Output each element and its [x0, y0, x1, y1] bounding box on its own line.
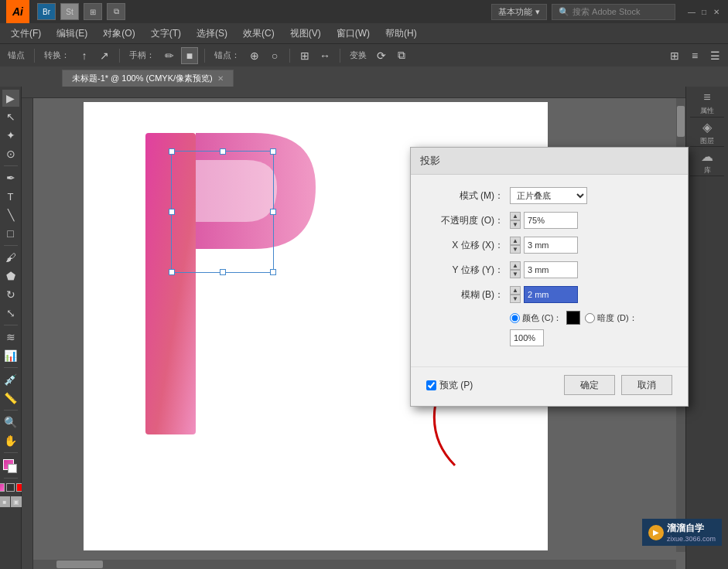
watermark-url: zixue.3066.com — [667, 535, 716, 543]
blur-input[interactable] — [524, 286, 578, 303]
svg-rect-0 — [145, 133, 196, 434]
scrollbar-horizontal[interactable] — [33, 560, 676, 569]
lasso-tool[interactable]: ⊙ — [2, 145, 19, 162]
menu-object[interactable]: 对象(O) — [95, 26, 142, 42]
anchor-tool-btn[interactable]: ⊕ — [246, 47, 263, 64]
align-btn[interactable]: ⟳ — [373, 47, 390, 64]
y-offset-input[interactable] — [524, 261, 578, 278]
sep5 — [340, 49, 340, 63]
corner-anchor-btn[interactable]: ↗ — [96, 47, 113, 64]
tool-separator3 — [4, 325, 18, 325]
square-btn[interactable]: ■ — [181, 47, 198, 64]
direct-selection-tool[interactable]: ↖ — [2, 108, 19, 125]
menu-effect[interactable]: 效果(C) — [235, 26, 282, 42]
y-up-btn[interactable]: ▲ — [510, 261, 521, 270]
transform-btn1[interactable]: ⊞ — [296, 47, 313, 64]
right-panels: ≡ 属性 ◈ 图层 ☁ 库 — [685, 87, 728, 569]
warp-tool[interactable]: ≋ — [2, 329, 19, 346]
opacity-up-btn[interactable]: ▲ — [510, 212, 521, 220]
layers-panel-btn[interactable]: ◈ 图层 — [690, 119, 724, 147]
darkness-input[interactable] — [510, 329, 544, 346]
apply-color-btn[interactable]: ■ — [0, 496, 10, 507]
menu-view[interactable]: 视图(V) — [282, 26, 329, 42]
x-up-btn[interactable]: ▲ — [510, 237, 521, 245]
titlebar: Ai Br St ⊞ ⧉ 基本功能 ▾ 🔍 搜索 Adobe Stock — □… — [0, 0, 728, 23]
panel-list-btn[interactable]: ≡ — [686, 47, 703, 64]
dialog-body: 模式 (M)： 正片叠底 不透明度 (O)： ▲ ▼ X 位移 (X)： — [411, 175, 688, 366]
x-offset-spinner: ▲ ▼ — [510, 237, 521, 254]
layout-icon[interactable]: ⊞ — [84, 3, 102, 20]
fill-color-btn[interactable] — [0, 483, 5, 492]
x-offset-input[interactable] — [524, 237, 578, 254]
x-offset-label: X 位移 (X)： — [426, 239, 504, 252]
transform-btn2[interactable]: ↔ — [316, 47, 333, 64]
color-swatches[interactable] — [2, 458, 20, 475]
menu-help[interactable]: 帮助(H) — [378, 26, 425, 42]
stroke-color-btn[interactable] — [6, 483, 15, 492]
scale-tool[interactable]: ⤡ — [2, 305, 19, 322]
ok-button[interactable]: 确定 — [564, 375, 615, 395]
blob-tool[interactable]: ⬟ — [2, 267, 19, 284]
y-offset-row: Y 位移 (Y)： ▲ ▼ — [426, 261, 672, 278]
x-down-btn[interactable]: ▼ — [510, 245, 521, 254]
distribute-btn[interactable]: ⧉ — [393, 47, 410, 64]
apply-gradient-btn[interactable]: ▣ — [11, 496, 22, 507]
color-radio[interactable] — [510, 313, 520, 323]
measure-tool[interactable]: 📏 — [2, 390, 19, 407]
window-controls: — □ ✕ — [686, 6, 722, 17]
anchor-remove-btn[interactable]: ○ — [266, 47, 283, 64]
magic-wand-tool[interactable]: ✦ — [2, 127, 19, 144]
bridge-icon[interactable]: Br — [37, 3, 56, 20]
panel-arrange-btn[interactable]: ⊞ — [666, 47, 683, 64]
close-button[interactable]: ✕ — [711, 6, 722, 17]
hand-tool[interactable]: ✋ — [2, 432, 19, 449]
graph-tool[interactable]: 📊 — [2, 347, 19, 364]
workspace-selector[interactable]: 基本功能 ▾ — [491, 4, 547, 20]
pen-tool[interactable]: ✒ — [2, 169, 19, 186]
color-swatch[interactable] — [566, 311, 580, 325]
menu-edit[interactable]: 编辑(E) — [49, 26, 95, 42]
opacity-spinner: ▲ ▼ — [510, 212, 521, 229]
document-tab[interactable]: 未标题-1* @ 100% (CMYK/像素预览) ✕ — [62, 70, 234, 87]
y-down-btn[interactable]: ▼ — [510, 270, 521, 278]
text-tool[interactable]: T — [2, 188, 19, 205]
dialog-title: 投影 — [411, 148, 688, 175]
tab-close-btn[interactable]: ✕ — [217, 74, 224, 83]
library-panel-btn[interactable]: ☁ 库 — [690, 148, 724, 176]
cancel-button[interactable]: 取消 — [621, 375, 672, 395]
convert-anchor-btn[interactable]: ↑ — [76, 47, 93, 64]
maximize-button[interactable]: □ — [699, 6, 709, 17]
blur-down-btn[interactable]: ▼ — [510, 295, 521, 303]
opacity-input[interactable] — [524, 212, 578, 229]
rect-tool[interactable]: □ — [2, 225, 19, 242]
mode-label: 模式 (M)： — [426, 189, 504, 203]
properties-panel-btn[interactable]: ≡ 属性 — [690, 90, 724, 118]
paintbrush-tool[interactable]: 🖌 — [2, 249, 19, 266]
stock-icon[interactable]: St — [60, 3, 79, 20]
rotate-tool[interactable]: ↻ — [2, 286, 19, 303]
panel-more-btn[interactable]: ☰ — [706, 47, 723, 64]
blur-up-btn[interactable]: ▲ — [510, 286, 521, 295]
mode-select[interactable]: 正片叠底 — [510, 187, 587, 204]
color-row: 颜色 (C)： 暗度 (D)： — [426, 311, 672, 346]
blur-spinner: ▲ ▼ — [510, 286, 521, 303]
menu-select[interactable]: 选择(S) — [189, 26, 235, 42]
line-tool[interactable]: ╲ — [2, 206, 19, 223]
minimize-button[interactable]: — — [686, 6, 697, 17]
zoom-tool[interactable]: 🔍 — [2, 414, 19, 431]
tool-separator5 — [4, 410, 18, 411]
search-stock-input[interactable]: 🔍 搜索 Adobe Stock — [552, 4, 675, 20]
darkness-radio[interactable] — [585, 313, 595, 323]
color-radio-label: 颜色 (C)： — [510, 312, 562, 324]
opacity-down-btn[interactable]: ▼ — [510, 220, 521, 229]
menu-text[interactable]: 文字(T) — [143, 26, 189, 42]
menu-file[interactable]: 文件(F) — [3, 26, 49, 42]
selection-tool[interactable]: ▶ — [2, 90, 19, 107]
pen-tool-btn[interactable]: ✏ — [161, 47, 178, 64]
color-apply-btns: ■ ▣ — [0, 496, 22, 507]
darkness-radio-label: 暗度 (D)： — [585, 312, 637, 324]
eyedropper-tool[interactable]: 💉 — [2, 371, 19, 388]
menu-window[interactable]: 窗口(W) — [329, 26, 378, 42]
arrange-icon[interactable]: ⧉ — [107, 3, 125, 20]
preview-checkbox[interactable] — [426, 380, 436, 390]
